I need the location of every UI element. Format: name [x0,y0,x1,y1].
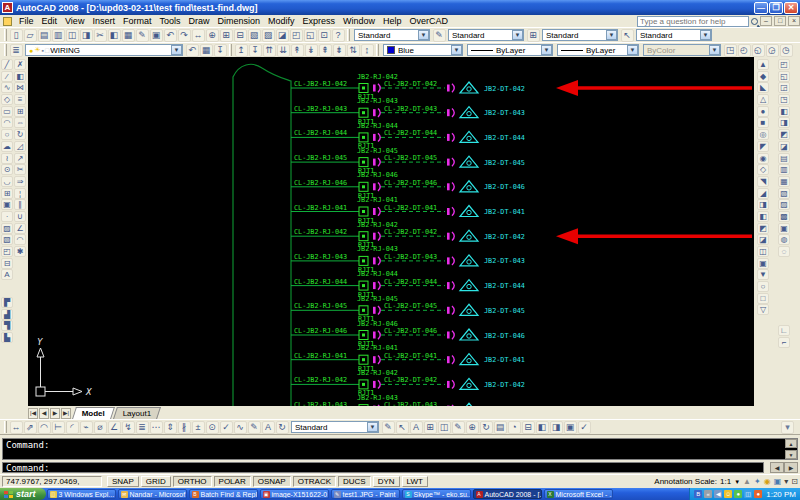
linetype-combo[interactable]: ByLayer ▼ [467,44,553,56]
chevron-down-icon[interactable]: ▼ [451,45,462,55]
tab-prev-icon[interactable]: ◀ [39,408,49,419]
join-icon[interactable]: ∪ [14,211,26,222]
continue-dimension-icon[interactable]: ⋯ [150,421,163,434]
taskbar-clock[interactable]: 1:20 PM [766,490,796,499]
undo-icon[interactable]: ↶ [164,29,177,42]
hatch-icon[interactable]: ▨ [1,223,13,234]
sheet-set-manager-icon[interactable]: ▧ [248,29,261,42]
command-history[interactable]: Command: [2,438,798,460]
layer-lock-icon[interactable]: ⇅ [347,44,360,57]
bring-to-front-icon[interactable]: ▛ [1,297,13,308]
antivirus-icon[interactable]: ● [734,490,742,498]
new-icon[interactable]: ▯ [10,29,23,42]
sweep-icon[interactable]: ◨ [757,199,769,210]
menu-express[interactable]: Express [299,16,340,26]
move-icon[interactable]: ⇔ [14,117,26,128]
aligned-dimension-icon[interactable]: ⇗ [24,421,37,434]
dim-style-manager-icon[interactable]: ✎ [382,421,395,434]
explode-icon[interactable]: ✱ [14,246,26,257]
scroll-left-icon[interactable]: ◀ [770,462,784,473]
tolerance-icon[interactable]: ± [192,421,205,434]
center-mark-icon[interactable]: ⊙ [206,421,219,434]
external-reference-icon[interactable]: ◫ [438,421,451,434]
table-insert-icon[interactable]: ⊞ [424,421,437,434]
pyramid-icon[interactable]: ◤ [757,141,769,152]
check-icon[interactable]: ▣ [778,223,790,234]
dim-style-combo[interactable]: Standard ▼ [291,421,379,433]
scale-icon[interactable]: ◿ [14,141,26,152]
menu-insert[interactable]: Insert [88,16,119,26]
line-icon[interactable]: ╱ [1,59,13,70]
multileader-style-icon[interactable]: ↖ [621,29,634,42]
layer-combo[interactable]: ● ☀ ▪ □ WIRING ▼ [25,44,183,56]
check-standards-icon[interactable]: ✓ [578,421,591,434]
dimension-text-edit-icon[interactable]: A [262,421,275,434]
circle-icon[interactable]: ○ [1,129,13,140]
box-icon[interactable]: ◆ [757,71,769,82]
torus-icon[interactable]: ◎ [757,129,769,140]
zoom-previous-icon[interactable]: ⊟ [234,29,247,42]
menu-tools[interactable]: Tools [155,16,184,26]
menu-format[interactable]: Format [119,16,156,26]
arc-icon[interactable]: ◠ [1,117,13,128]
publish-icon[interactable]: ◨ [80,29,93,42]
extend-icon[interactable]: ⇒ [14,176,26,187]
pan-icon[interactable]: ↔ [192,29,205,42]
wedge-icon[interactable]: ◣ [757,82,769,93]
subtract-icon[interactable]: ◫ [757,246,769,257]
polysolid-icon[interactable]: ▲ [757,59,769,70]
section-plane-icon[interactable]: ◍ [778,234,790,245]
minimize-statusbar-icon[interactable]: ⊡ [791,477,798,486]
separate-icon[interactable]: ▨ [778,199,790,210]
extrude-icon[interactable]: ◥ [757,176,769,187]
block-editor-icon[interactable]: ▣ [150,29,163,42]
close-button[interactable]: ✕ [784,2,798,14]
designcenter-icon[interactable]: ◰ [290,29,303,42]
copy-faces-icon[interactable]: ◩ [778,129,790,140]
spline-icon[interactable]: ≀ [1,153,13,164]
baseline-dimension-icon[interactable]: ≣ [136,421,149,434]
chevron-down-icon[interactable]: ▼ [606,30,617,40]
break-icon[interactable]: ∥ [14,199,26,210]
radius-dimension-icon[interactable]: ◜ [66,421,79,434]
make-block-icon[interactable]: ▣ [1,199,13,210]
cone-icon[interactable]: △ [757,94,769,105]
chevron-down-icon[interactable]: ▼ [418,30,429,40]
menu-window[interactable]: Window [339,16,379,26]
mdi-close-button[interactable]: × [788,16,800,26]
array-icon[interactable]: ⊞ [14,106,26,117]
auto-annotation-scale-icon[interactable]: ✦ [754,477,761,486]
imprint-icon[interactable]: ▦ [778,176,790,187]
named-ucs-icon[interactable]: ⌐ [778,337,790,348]
copy-to-layer-icon[interactable]: ⇊ [277,44,290,57]
make-object-layer-current-icon[interactable]: ↧ [214,44,227,57]
match-properties-icon[interactable]: ✎ [136,29,149,42]
taskbar-task[interactable]: ▣image-X151622-0... [260,489,329,499]
menu-draw[interactable]: Draw [184,16,213,26]
sphere-icon[interactable]: ● [757,106,769,117]
layer-walk-icon[interactable]: ↥ [235,44,248,57]
input-language-icon[interactable]: B [694,490,702,498]
edit-attributes-icon[interactable]: ◵ [752,44,765,57]
jogged-dimension-icon[interactable]: ⌁ [80,421,93,434]
layer-states-icon[interactable]: ▦ [200,44,213,57]
ordinate-dimension-icon[interactable]: ⊢ [52,421,65,434]
region-icon[interactable]: ◰ [1,246,13,257]
quickcalc-icon[interactable]: ⊡ [318,29,331,42]
layer-properties-manager-icon[interactable]: ≣ [10,44,23,57]
menu-dimension[interactable]: Dimension [213,16,264,26]
inspect-dimension-icon[interactable]: ✓ [220,421,233,434]
layer-unlock-icon[interactable]: ↨ [361,44,374,57]
3d-align-icon[interactable]: □ [757,293,769,304]
menu-modify[interactable]: Modify [264,16,299,26]
menu-help[interactable]: Help [379,16,406,26]
table-icon[interactable]: ⊟ [1,258,13,269]
move-faces-icon[interactable]: ◱ [778,71,790,82]
toolbar-grip[interactable] [376,44,379,56]
tab-next-icon[interactable]: ▶ [50,408,60,419]
dimension-edit-icon[interactable]: ✎ [248,421,261,434]
trim-icon[interactable]: ✂ [14,164,26,175]
update-field-icon[interactable]: ↻ [480,421,493,434]
polygon-icon[interactable]: ◇ [1,94,13,105]
volume-icon[interactable]: ◀ [714,490,722,498]
